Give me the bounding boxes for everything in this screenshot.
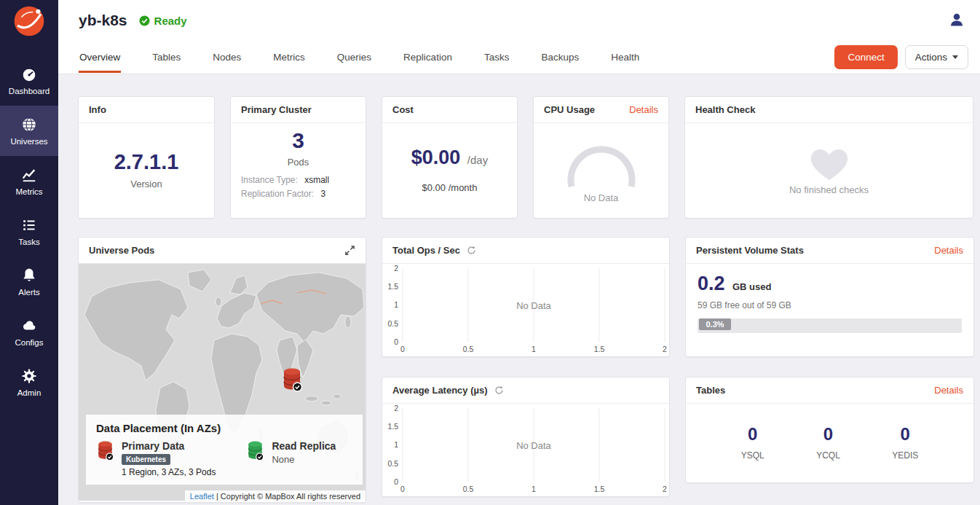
primary-database-icon <box>96 440 114 461</box>
sidebar-item-tasks[interactable]: Tasks <box>0 206 58 257</box>
instance-type-label: Instance Type: <box>241 175 298 185</box>
x-tick: 1 <box>532 485 536 493</box>
y-tick: 2 <box>394 264 398 273</box>
replication-factor-row: Replication Factor: 3 <box>241 189 355 199</box>
primary-data-detail: 1 Region, 3 AZs, 3 Pods <box>122 467 216 477</box>
tab-backups[interactable]: Backups <box>540 42 580 73</box>
leaflet-link[interactable]: Leaflet <box>190 492 214 501</box>
y-tick: 0.5 <box>387 459 398 468</box>
check-circle-icon <box>139 15 150 26</box>
bell-icon <box>21 267 37 283</box>
sidebar-item-admin[interactable]: Admin <box>0 357 58 407</box>
yedis-count: 0 <box>892 424 918 445</box>
x-axis-ticks: 0 0.5 1 1.5 2 <box>400 485 667 493</box>
y-axis-ticks: 2 1.5 1 0.5 0 <box>387 264 398 346</box>
no-data-label: No Data <box>516 440 551 451</box>
status-text: Ready <box>154 15 187 27</box>
sidebar-item-alerts[interactable]: Alerts <box>0 257 58 307</box>
yugabytedb-logo-icon <box>12 4 46 38</box>
overview-content: Info 2.7.1.1 Version Primary Cluster 3 P… <box>58 74 980 505</box>
sidebar-item-label: Tasks <box>18 238 39 246</box>
read-replica-item: Read Replica None <box>246 440 336 477</box>
x-tick: 2 <box>663 345 667 353</box>
y-tick: 1.5 <box>387 282 398 291</box>
data-placement-panel: Data Placement (In AZs) <box>86 415 363 485</box>
actions-label: Actions <box>915 52 947 63</box>
replica-database-icon <box>246 440 264 461</box>
volume-usage-bar: 0.3% <box>698 318 962 333</box>
expand-map-button[interactable] <box>344 245 355 256</box>
y-tick: 0 <box>394 477 398 486</box>
tab-tasks[interactable]: Tasks <box>483 42 510 73</box>
info-card: Info 2.7.1.1 Version <box>78 96 215 219</box>
refresh-icon <box>494 385 504 395</box>
y-tick: 1 <box>394 300 398 309</box>
card-title: Total Ops / Sec <box>392 245 460 256</box>
volume-details-link[interactable]: Details <box>934 245 963 256</box>
y-tick: 0.5 <box>387 319 398 328</box>
primary-cluster-card: Primary Cluster 3 Pods Instance Type: xs… <box>230 96 366 219</box>
sidebar-item-universes[interactable]: Universes <box>0 106 58 156</box>
sidebar-item-metrics[interactable]: Metrics <box>0 156 58 206</box>
yedis-stat: 0 YEDIS <box>892 424 918 461</box>
x-tick: 1.5 <box>594 485 605 493</box>
cost-unit: /day <box>467 154 488 166</box>
map-container: Data Placement (In AZs) <box>79 264 365 502</box>
refresh-ops-button[interactable] <box>467 246 476 255</box>
tab-tables[interactable]: Tables <box>151 42 181 73</box>
ycql-label: YCQL <box>816 450 840 461</box>
y-tick: 0 <box>394 337 398 346</box>
tab-replication[interactable]: Replication <box>403 42 453 73</box>
card-title: Primary Cluster <box>241 104 312 115</box>
ysql-count: 0 <box>741 424 764 445</box>
x-axis-ticks: 0 0.5 1 1.5 2 <box>400 345 667 353</box>
actions-dropdown-button[interactable]: Actions <box>905 45 968 69</box>
attribution-text: | Copyright © MapBox All rights reserved <box>216 492 360 501</box>
ysql-stat: 0 YSQL <box>741 424 764 461</box>
total-ops-card: Total Ops / Sec <box>382 237 670 357</box>
sidebar-item-dashboard[interactable]: Dashboard <box>0 55 58 106</box>
gear-icon <box>21 368 37 384</box>
tab-metrics[interactable]: Metrics <box>272 42 306 73</box>
read-replica-value: None <box>272 454 336 465</box>
sidebar: Dashboard Universes Metrics <box>0 0 58 505</box>
replication-factor-label: Replication Factor: <box>241 189 314 199</box>
card-title: Persistent Volume Stats <box>696 245 804 256</box>
x-tick: 1.5 <box>594 345 605 353</box>
volume-usage-fill: 0.3% <box>699 318 731 330</box>
tab-nodes[interactable]: Nodes <box>212 42 242 73</box>
sidebar-item-label: Alerts <box>18 288 39 297</box>
main-area: yb-k8s Ready Overview Tables Nodes Metri… <box>58 0 980 505</box>
map-attribution: Leaflet | Copyright © MapBox All rights … <box>185 490 365 502</box>
user-menu-button[interactable] <box>945 8 968 34</box>
average-latency-card: Average Latency (µs) <box>382 377 670 497</box>
latency-chart: 2 1.5 1 0.5 0 0 0.5 1 1.5 <box>382 404 671 495</box>
primary-data-item: Primary Data Kubernetes 1 Region, 3 AZs,… <box>96 440 216 477</box>
status-badge: Ready <box>139 15 187 27</box>
y-axis-ticks: 2 1.5 1 0.5 0 <box>387 404 398 486</box>
sidebar-item-label: Admin <box>17 388 42 397</box>
ops-chart: 2 1.5 1 0.5 0 0 0.5 1 1.5 <box>382 264 671 355</box>
tab-overview[interactable]: Overview <box>79 42 121 73</box>
pod-location-marker-icon[interactable] <box>281 367 303 392</box>
refresh-latency-button[interactable] <box>494 385 504 395</box>
x-tick: 0.5 <box>463 345 474 353</box>
heart-icon <box>807 144 852 183</box>
metrics-chart-icon <box>21 167 37 183</box>
tab-queries[interactable]: Queries <box>336 42 372 73</box>
connect-button[interactable]: Connect <box>834 45 897 69</box>
x-tick: 0.5 <box>463 485 474 493</box>
volume-used-value: 0.2 <box>698 273 725 294</box>
sidebar-item-configs[interactable]: Configs <box>0 307 58 357</box>
card-title: Universe Pods <box>89 245 154 256</box>
tab-health[interactable]: Health <box>610 42 640 73</box>
health-empty-text: No finished checks <box>789 184 869 195</box>
health-check-card: Health Check No finished checks <box>684 96 973 219</box>
cpu-details-link[interactable]: Details <box>629 104 658 115</box>
yugabytedb-logo[interactable] <box>0 0 58 55</box>
cloud-icon <box>20 318 38 334</box>
tables-details-link[interactable]: Details <box>934 385 963 396</box>
volume-free-detail: 59 GB free out of 59 GB <box>698 300 962 310</box>
x-tick: 2 <box>663 485 667 493</box>
y-tick: 1 <box>394 440 398 449</box>
